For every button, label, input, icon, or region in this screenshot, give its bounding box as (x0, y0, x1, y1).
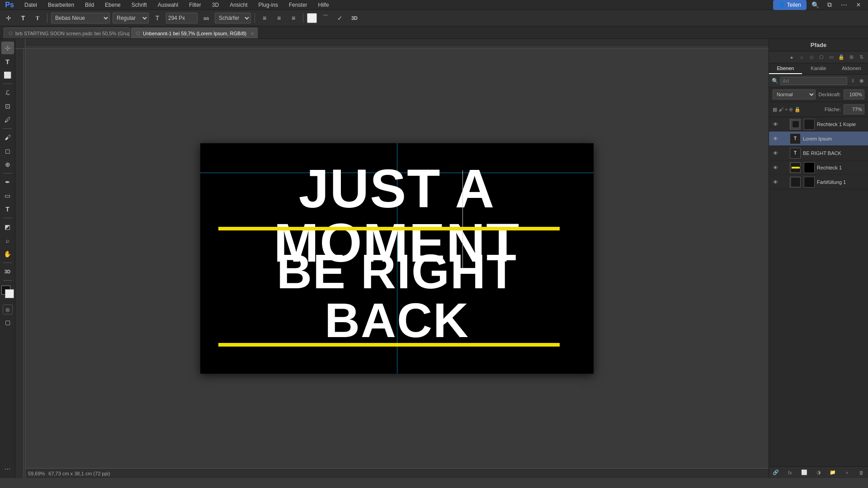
panel-ring-icon[interactable]: ○ (797, 53, 806, 61)
type-horizontal-icon[interactable]: 𝐓 (32, 12, 43, 24)
layer-item-0[interactable]: 👁 Rechteck 1 Kopie (769, 117, 868, 131)
font-size-input[interactable] (166, 13, 198, 23)
blend-mode-select[interactable]: Normal (773, 89, 816, 99)
layer-eye-3[interactable]: 👁 (772, 164, 779, 171)
character-panel-icon[interactable]: ✓ (334, 12, 346, 24)
hand-tool[interactable]: ✋ (1, 248, 14, 260)
panel-diamond-icon[interactable]: ◇ (807, 53, 816, 61)
menu-auswahl[interactable]: Auswahl (156, 1, 180, 9)
lock-image-icon[interactable]: 🖌 (778, 107, 783, 113)
pen-tool[interactable]: ✒ (1, 176, 14, 188)
panel-arrange-icon[interactable]: ⇅ (857, 53, 865, 61)
zoom-tool[interactable]: ⌕ (1, 234, 14, 247)
subtab-ebenen[interactable]: Ebenen (769, 63, 802, 74)
subtab-aktionen[interactable]: Aktionen (835, 63, 868, 74)
brush-tool[interactable]: 🖌 (1, 131, 14, 144)
menu-datei[interactable]: Datei (23, 1, 39, 9)
3d-tool[interactable]: 3D (1, 265, 14, 278)
tab-0[interactable]: ⬡ brb STARTING SOON screen.psdc bei 50,5… (4, 28, 130, 38)
gradient-tool[interactable]: ◩ (1, 221, 14, 233)
panel-rect-icon[interactable]: ▭ (827, 53, 835, 61)
panel-header: Pfade (769, 39, 868, 52)
layer-eye-2[interactable]: 👁 (772, 150, 779, 157)
panel-circle-icon[interactable]: ● (788, 53, 796, 61)
lock-transparent-icon[interactable]: ▩ (773, 107, 777, 113)
layer-eye-4[interactable]: 👁 (772, 178, 779, 186)
layer-item-2[interactable]: 👁 T BE RIGHT BACK (769, 146, 868, 160)
menu-3d[interactable]: 3D (210, 1, 221, 9)
menu-bild[interactable]: Bild (83, 1, 96, 9)
layer-search-input[interactable] (780, 77, 847, 85)
crop-tool[interactable]: ⊡ (1, 100, 14, 113)
layer-item-4[interactable]: 👁 Farbfüllung 1 (769, 175, 868, 189)
menu-schrift[interactable]: Schrift (130, 1, 149, 9)
menu-bearbeiten[interactable]: Bearbeiten (46, 1, 76, 9)
search-icon[interactable]: 🔍 (809, 0, 821, 11)
antialiasing-select[interactable]: Schärfer (215, 13, 251, 23)
lock-artboard-icon[interactable]: ⊕ (789, 107, 793, 113)
filter-icon[interactable]: ⇓ (849, 77, 856, 85)
share-button[interactable]: 👤 Teilen (773, 0, 807, 10)
color-boxes[interactable] (1, 286, 14, 298)
layer-item-3[interactable]: 👁 Rechteck 1 (769, 160, 868, 175)
layer-eye-1[interactable]: 👁 (772, 135, 779, 142)
shape-tool[interactable]: ▭ (1, 189, 14, 202)
screen-mode-icon[interactable]: ▢ (1, 316, 14, 328)
canvas-viewport[interactable]: JUST A MOMENT BE RIGHT BACK (25, 49, 769, 468)
layer-item-1[interactable]: 👁 T Lorem Ipsum (769, 131, 868, 146)
menu-ansicht[interactable]: Ansicht (228, 1, 249, 9)
warp-text-icon[interactable]: ⌒ (320, 12, 331, 24)
layer-link-2 (781, 150, 788, 156)
panel-lock-icon[interactable]: 🔒 (837, 53, 845, 61)
mask-icon[interactable]: ⬜ (800, 469, 808, 477)
tab-1-close[interactable]: × (251, 31, 254, 36)
panel-grid-icon[interactable]: ⊞ (847, 53, 855, 61)
adjustment-icon[interactable]: ◑ (815, 469, 823, 477)
eyedropper-tool[interactable]: 🖊 (1, 113, 14, 126)
move-tool-icon[interactable]: ✛ (3, 12, 14, 24)
menu-hilfe[interactable]: Hilfe (316, 1, 331, 9)
more-icon[interactable]: ⋯ (838, 0, 850, 11)
eraser-tool[interactable]: ◻ (1, 145, 14, 157)
menu-filter[interactable]: Filter (187, 1, 203, 9)
3d-text-icon[interactable]: 3D (349, 12, 360, 24)
clone-tool[interactable]: ⊕ (1, 158, 14, 171)
quick-mask-icon[interactable]: ◎ (3, 305, 13, 314)
opacity-input[interactable] (844, 89, 864, 99)
link-icon[interactable]: 🔗 (772, 469, 780, 477)
tab-1-icon: ⬡ (136, 31, 140, 36)
lock-position-icon[interactable]: + (785, 107, 788, 113)
font-style-select[interactable]: Regular (113, 13, 149, 23)
type-tool-icon[interactable]: T (17, 12, 29, 24)
background-color[interactable] (5, 289, 14, 298)
toggle-icon[interactable]: ◉ (858, 77, 865, 85)
type-tool[interactable]: T (1, 55, 14, 68)
menu-ebene[interactable]: Ebene (103, 1, 123, 9)
delete-layer-icon[interactable]: 🗑 (857, 469, 865, 477)
align-center-icon[interactable]: ≡ (273, 12, 285, 24)
new-layer-icon[interactable]: + (843, 469, 851, 477)
text-tool[interactable]: T (1, 203, 14, 216)
lasso-tool[interactable]: ℒ (1, 86, 14, 99)
selection-tool[interactable]: ⊹ (1, 42, 14, 54)
align-right-icon[interactable]: ≡ (288, 12, 299, 24)
marquee-tool[interactable]: ⬜ (1, 69, 14, 81)
canvas-text-be-right-back: BE RIGHT BACK (200, 247, 594, 345)
extra-tools[interactable]: … (1, 461, 14, 474)
canvas-area[interactable]: JUST A MOMENT BE RIGHT BACK 59,69% 67,73… (15, 39, 769, 478)
arrange-icon[interactable]: ⧉ (824, 0, 835, 11)
color-swatch-icon[interactable] (307, 13, 317, 23)
add-style-icon[interactable]: fx (786, 469, 794, 477)
lock-all-icon[interactable]: 🔒 (794, 107, 801, 113)
group-icon[interactable]: 📁 (829, 469, 837, 477)
tab-1[interactable]: ⬡ Unbenannt-1 bei 59,7% (Lorem Ipsum, RG… (131, 28, 258, 38)
align-left-icon[interactable]: ≡ (259, 12, 270, 24)
menu-fenster[interactable]: Fenster (287, 1, 309, 9)
menu-plugins[interactable]: Plug-ins (257, 1, 280, 9)
layer-eye-0[interactable]: 👁 (772, 121, 779, 128)
close-icon[interactable]: × (853, 0, 864, 11)
font-family-select[interactable]: Bebas Neue (51, 13, 110, 23)
subtab-kanaele[interactable]: Kanäle (802, 63, 835, 74)
fill-input[interactable] (844, 104, 864, 114)
panel-shape-icon[interactable]: ⬡ (817, 53, 826, 61)
